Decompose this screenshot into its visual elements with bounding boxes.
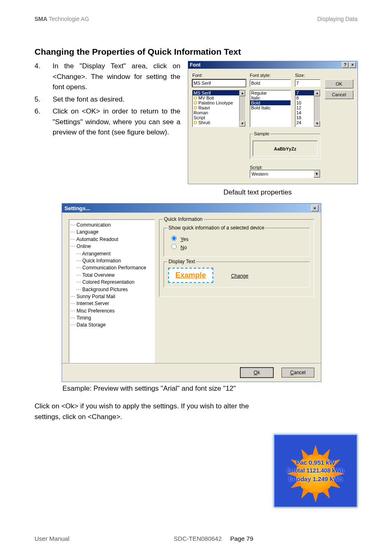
- page-footer: User Manual SDC-TEN080642 Page 79: [35, 535, 357, 542]
- quick-info-group-label: Quick Information: [163, 216, 204, 222]
- scrollbar[interactable]: ▲▼: [239, 90, 245, 127]
- scrollbar[interactable]: ▲▼: [314, 90, 320, 127]
- step-num: 4.: [35, 61, 53, 93]
- body-paragraph: Click on <Ok> if you wish to apply the s…: [35, 401, 256, 422]
- cancel-button[interactable]: Cancel: [325, 90, 353, 99]
- example-preview: Example: [168, 268, 213, 283]
- font-input[interactable]: [192, 79, 246, 87]
- step-text: In the "Display Text" area, click on <Ch…: [53, 61, 180, 93]
- sample-preview: AaBbYyZz: [253, 141, 318, 156]
- style-label: Font style:: [250, 73, 291, 78]
- figure-caption: Default text properties: [158, 188, 357, 197]
- tree-node[interactable]: Language: [70, 229, 153, 236]
- sample-label: Sample: [253, 131, 270, 136]
- list-item[interactable]: Bold Italic: [250, 105, 291, 110]
- list-item[interactable]: MS Serif: [193, 90, 245, 95]
- chevron-down-icon[interactable]: ▼: [314, 170, 320, 178]
- font-dialog: Font ? × Font: Font style: Size: OK MS S…: [188, 61, 358, 184]
- size-list[interactable]: 7 8 10 12 14 18 24 ▲▼: [295, 90, 321, 127]
- font-label: Font:: [192, 73, 246, 78]
- size-label: Size:: [295, 73, 321, 78]
- etoday-value: E-today 1.249 kWh: [274, 475, 357, 482]
- step-text: Click on <OK> in order to return to the …: [53, 106, 180, 138]
- tree-node[interactable]: Internet Server: [70, 300, 153, 307]
- close-button[interactable]: ×: [311, 205, 318, 211]
- tree-node[interactable]: Communication: [70, 222, 153, 229]
- tree-node[interactable]: Timing: [70, 315, 153, 322]
- cancel-button[interactable]: Cancel: [281, 368, 314, 378]
- help-button[interactable]: ?: [342, 62, 348, 68]
- tree-node[interactable]: Sunny Portal Mail: [70, 293, 153, 300]
- steps-list: 4.In the "Display Text" area, click on <…: [35, 61, 180, 138]
- list-item[interactable]: Script: [193, 115, 245, 120]
- show-quick-label: Show quick information of a selected dev…: [167, 225, 265, 231]
- radio-yes[interactable]: Yes: [171, 236, 305, 242]
- tree-node[interactable]: Quick Information: [70, 257, 153, 264]
- settings-dialog: Settings... × CommunicationLanguageAutom…: [62, 203, 321, 382]
- ok-button[interactable]: Ok: [240, 368, 273, 378]
- ok-button[interactable]: OK: [325, 79, 353, 88]
- display-text-label: Display Text: [167, 259, 196, 264]
- script-select[interactable]: Western ▼: [250, 170, 321, 178]
- list-item[interactable]: MV Boli: [193, 95, 245, 100]
- page-header: SMA Technologie AG Displaying Data: [35, 16, 357, 22]
- radio-no[interactable]: No: [171, 244, 305, 250]
- step-text: Set the font as desired.: [53, 94, 180, 105]
- font-dialog-title: Font: [190, 62, 201, 68]
- tree-node[interactable]: Background Pictures: [70, 286, 153, 293]
- tree-node[interactable]: Misc Preferences: [70, 308, 153, 315]
- pac-value: Pac 0.951 kW: [274, 459, 357, 466]
- settings-tree[interactable]: CommunicationLanguageAutomatic ReadoutOn…: [69, 219, 155, 363]
- list-item[interactable]: Bold: [250, 100, 291, 105]
- change-button[interactable]: Change: [231, 273, 248, 279]
- section-title: Changing the Properties of Quick Informa…: [35, 47, 357, 57]
- font-list[interactable]: MS Serif MV Boli Palatino Linotype Raavi…: [192, 90, 246, 127]
- etotal-value: E-total 1121.408 kWh: [274, 467, 357, 474]
- settings-title: Settings...: [65, 205, 90, 211]
- tree-node[interactable]: Colored Representation: [70, 279, 153, 286]
- sun-widget: Pac 0.951 kW E-total 1121.408 kWh E-toda…: [274, 434, 357, 507]
- tree-node[interactable]: Total Overview: [70, 272, 153, 279]
- footer-left: User Manual: [35, 535, 69, 542]
- step-num: 5.: [35, 94, 53, 105]
- tree-node[interactable]: Arrangement: [70, 250, 153, 257]
- close-button[interactable]: ×: [349, 62, 356, 68]
- footer-doc-id: SDC-TEN080642: [174, 535, 222, 542]
- tree-node[interactable]: Online: [70, 243, 153, 250]
- tree-node[interactable]: Automatic Readout: [70, 236, 153, 243]
- list-item[interactable]: Roman: [193, 110, 245, 115]
- tree-node[interactable]: Data Storage: [70, 322, 153, 329]
- list-item[interactable]: Shruti: [193, 120, 245, 125]
- header-left: SMA Technologie AG: [35, 16, 89, 22]
- size-input[interactable]: [295, 79, 321, 87]
- list-item[interactable]: Raavi: [193, 105, 245, 110]
- list-item[interactable]: Palatino Linotype: [193, 100, 245, 105]
- style-list[interactable]: Regular Italic Bold Bold Italic: [250, 90, 291, 127]
- step-num: 6.: [35, 106, 53, 138]
- figure-caption: Esample: Preview with settings "Arial" a…: [62, 385, 357, 393]
- script-label: Script:: [250, 165, 321, 170]
- style-input[interactable]: [250, 79, 291, 87]
- tree-node[interactable]: Communication Performance: [70, 264, 153, 271]
- list-item[interactable]: Regular: [250, 90, 291, 95]
- script-value: Western: [251, 171, 268, 176]
- header-right: Displaying Data: [317, 16, 357, 22]
- list-item[interactable]: Italic: [250, 95, 291, 100]
